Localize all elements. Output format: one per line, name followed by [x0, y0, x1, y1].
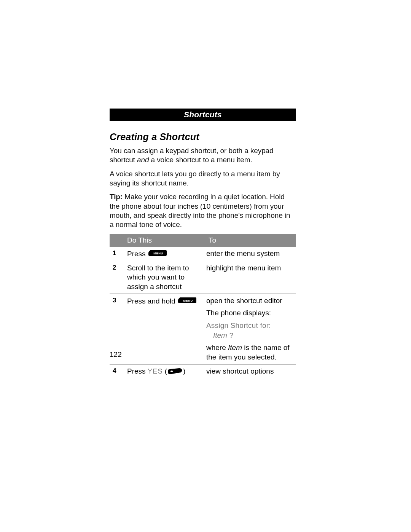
- step-do: Press MENU: [125, 247, 206, 261]
- tip-label: Tip:: [110, 193, 123, 201]
- svg-point-2: [170, 371, 173, 372]
- steps-table: Do This To 1 Press MENU: [110, 234, 296, 380]
- step-do: Scroll to the item to which you want to …: [125, 261, 206, 294]
- col-header-blank: [110, 234, 125, 247]
- svg-text:MENU: MENU: [153, 252, 163, 255]
- col-header-to: To: [206, 234, 296, 247]
- table-row: 1 Press MENU enter the menu system: [110, 247, 296, 261]
- paren-close: ): [183, 367, 185, 375]
- step-do-text: Press and hold: [127, 297, 177, 305]
- intro-1-italic: and: [137, 156, 149, 164]
- step-do: Press YES ( ): [125, 364, 206, 379]
- step-to: enter the menu system: [206, 247, 296, 261]
- softkey-icon: [168, 367, 182, 377]
- page-heading: Creating a Shortcut: [110, 131, 296, 142]
- phone-display-item: Item: [213, 331, 227, 339]
- to-line-1: open the shortcut editor: [206, 296, 294, 305]
- tip-paragraph: Tip: Make your voice recording in a quie…: [110, 192, 296, 229]
- col-header-do: Do This: [125, 234, 206, 247]
- to-line-3: where Item is the name of the item you s…: [206, 343, 294, 362]
- step-number: 2: [110, 261, 125, 294]
- step-do-text: Press: [127, 250, 148, 258]
- page: Shortcuts Creating a Shortcut You can as…: [0, 0, 411, 532]
- to-line-3-item: Item: [228, 343, 242, 351]
- phone-display-q: ?: [227, 331, 233, 339]
- yes-label: YES: [148, 367, 163, 375]
- content-area: Creating a Shortcut You can assign a key…: [110, 131, 296, 379]
- table-row: 2 Scroll to the item to which you want t…: [110, 261, 296, 294]
- svg-text:MENU: MENU: [183, 299, 193, 302]
- to-line-3-pre: where: [206, 343, 228, 351]
- section-banner: Shortcuts: [110, 109, 296, 121]
- table-row: 4 Press YES ( ) view shortcut options: [110, 364, 296, 379]
- phone-display-line-1: Assign Shortcut for:: [206, 321, 294, 330]
- step-number: 4: [110, 364, 125, 379]
- menu-button-icon: MENU: [178, 296, 196, 305]
- page-number: 122: [110, 350, 122, 359]
- menu-button-icon: MENU: [148, 249, 167, 258]
- step-do-text: Press: [127, 367, 148, 375]
- step-number: 1: [110, 247, 125, 261]
- step-do: Press and hold MENU: [125, 294, 206, 364]
- paren-open: (: [162, 367, 167, 375]
- step-to: open the shortcut editor The phone displ…: [206, 294, 296, 364]
- tip-body: Make your voice recording in a quiet loc…: [110, 193, 290, 228]
- to-line-2: The phone displays:: [206, 308, 294, 318]
- table-row: 3 Press and hold MENU open the shortcut …: [110, 294, 296, 364]
- step-to: highlight the menu item: [206, 261, 296, 294]
- intro-paragraph-1: You can assign a keypad shortcut, or bot…: [110, 146, 296, 165]
- intro-1-post: a voice shortcut to a menu item.: [149, 156, 252, 164]
- intro-paragraph-2: A voice shortcut lets you go directly to…: [110, 169, 296, 188]
- step-to: view shortcut options: [206, 364, 296, 379]
